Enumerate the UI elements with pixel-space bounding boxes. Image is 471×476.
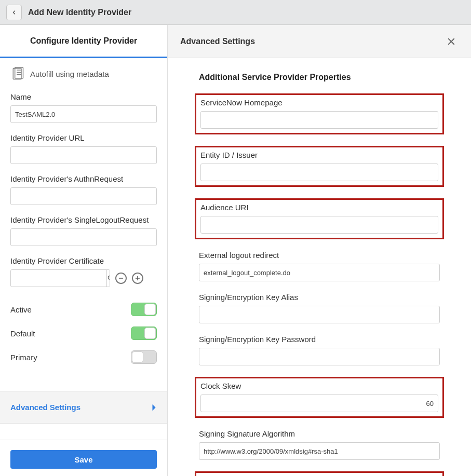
- default-label: Default: [10, 329, 35, 338]
- slo-input[interactable]: [10, 228, 157, 246]
- svg-point-5: [108, 276, 110, 279]
- key-alias-label: Signing/Encryption Key Alias: [199, 293, 440, 302]
- audience-label: Audience URI: [200, 203, 438, 212]
- cert-label: Identity Provider Certificate: [10, 256, 157, 265]
- advanced-settings-title: Advanced Settings: [180, 37, 255, 46]
- page-title: Add New Identity Provider: [28, 8, 131, 17]
- cert-plus-button[interactable]: [132, 273, 143, 284]
- autofill-using-metadata[interactable]: Autofill using metadata: [10, 66, 157, 81]
- audience-input[interactable]: [200, 216, 438, 234]
- idp-url-label: Identity Provider URL: [10, 133, 157, 142]
- chevron-right-icon: [152, 404, 157, 411]
- homepage-field: ServiceNow Homepage: [195, 93, 444, 134]
- homepage-label: ServiceNow Homepage: [200, 98, 438, 107]
- footer: Save: [0, 440, 167, 476]
- entity-field: Entity ID / Issuer: [195, 146, 444, 187]
- default-toggle[interactable]: [131, 327, 157, 340]
- svg-rect-1: [15, 67, 23, 78]
- logout-input[interactable]: [199, 264, 440, 281]
- name-input[interactable]: [10, 105, 157, 123]
- sig-alg-field: Signing Signature Algorithm: [199, 429, 440, 460]
- active-toggle[interactable]: [131, 303, 157, 316]
- entity-input[interactable]: [200, 164, 438, 181]
- key-pass-label: Signing/Encryption Key Password: [199, 335, 440, 344]
- section-title: Additional Service Provider Properties: [199, 73, 440, 82]
- cert-input[interactable]: [11, 273, 106, 284]
- cert-search-button[interactable]: [106, 270, 110, 287]
- advanced-settings-link[interactable]: Advanced Settings: [0, 391, 167, 423]
- key-pass-input[interactable]: [199, 348, 440, 365]
- key-alias-input[interactable]: [199, 306, 440, 323]
- configure-header: Configure Identity Provider: [0, 25, 167, 58]
- clock-field: Clock Skew: [195, 377, 444, 418]
- homepage-input[interactable]: [200, 111, 438, 129]
- topbar: Add New Identity Provider: [0, 0, 471, 25]
- document-icon: [10, 66, 25, 81]
- primary-toggle[interactable]: [131, 350, 157, 364]
- sig-alg-input[interactable]: [199, 442, 440, 460]
- authn-label: Identity Provider's AuthnRequest: [10, 174, 157, 183]
- primary-label: Primary: [10, 353, 37, 362]
- autofill-label: Autofill using metadata: [30, 70, 109, 78]
- close-button[interactable]: [444, 34, 459, 49]
- save-button[interactable]: Save: [10, 450, 157, 469]
- cert-minus-button[interactable]: [115, 273, 127, 284]
- chevron-left-icon: [11, 9, 17, 16]
- idp-url-input[interactable]: [10, 146, 157, 164]
- logout-label: External logout redirect: [199, 251, 440, 260]
- key-alias-field: Signing/Encryption Key Alias: [199, 293, 440, 323]
- logout-field: External logout redirect: [199, 251, 440, 281]
- clock-label: Clock Skew: [200, 382, 438, 390]
- sig-alg-label: Signing Signature Algorithm: [199, 429, 440, 438]
- audience-field: Audience URI: [195, 198, 444, 239]
- back-button[interactable]: [6, 5, 22, 20]
- minus-icon: [118, 275, 124, 281]
- key-pass-field: Signing/Encryption Key Password: [199, 335, 440, 365]
- search-icon: [107, 275, 110, 282]
- entity-label: Entity ID / Issuer: [200, 151, 438, 159]
- advanced-settings-label: Advanced Settings: [10, 403, 80, 412]
- clock-input[interactable]: [200, 395, 438, 412]
- active-label: Active: [10, 305, 32, 314]
- user-field-field: User Field: [195, 471, 444, 476]
- close-icon: [447, 37, 456, 46]
- configure-panel: Configure Identity Provider Autofill usi…: [0, 25, 168, 476]
- advanced-settings-panel: Advanced Settings Additional Service Pro…: [168, 25, 471, 476]
- name-label: Name: [10, 92, 157, 101]
- plus-icon: [134, 275, 141, 281]
- authn-input[interactable]: [10, 187, 157, 205]
- slo-label: Identity Provider's SingleLogoutRequest: [10, 215, 157, 224]
